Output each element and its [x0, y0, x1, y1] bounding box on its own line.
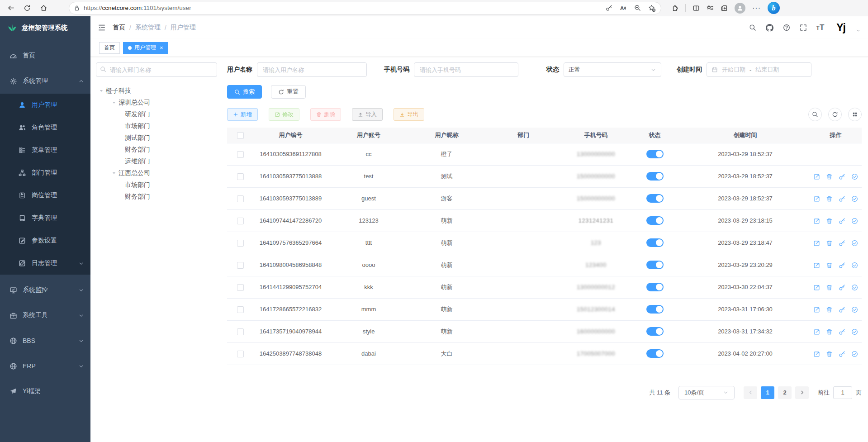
browser-refresh-button[interactable]: [21, 2, 33, 14]
tab-home[interactable]: 首页: [99, 42, 120, 54]
reset-password-icon[interactable]: [839, 284, 845, 291]
extensions-icon[interactable]: [671, 5, 678, 12]
edit-button[interactable]: 修改: [269, 108, 299, 121]
delete-user-icon[interactable]: [826, 240, 833, 247]
reset-password-icon[interactable]: [839, 306, 845, 313]
header-search-icon[interactable]: [749, 24, 756, 31]
favorite-star-icon[interactable]: [648, 5, 655, 12]
status-toggle[interactable]: [646, 194, 664, 203]
status-toggle[interactable]: [646, 261, 664, 269]
delete-user-icon[interactable]: [826, 218, 833, 224]
dept-search-input[interactable]: [96, 62, 217, 77]
prev-page-button[interactable]: [744, 386, 757, 399]
user-avatar-logo[interactable]: Yj: [836, 22, 845, 34]
delete-user-icon[interactable]: [826, 351, 833, 357]
help-icon[interactable]: [783, 24, 790, 31]
delete-user-icon[interactable]: [826, 306, 833, 313]
address-bar[interactable]: https://ccnetcore.com:1101/system/user: [69, 2, 661, 14]
bing-chat-icon[interactable]: b: [768, 2, 780, 14]
sidebar-item-user-mgmt[interactable]: 用户管理: [0, 94, 90, 116]
table-refresh-button[interactable]: [828, 108, 842, 121]
tree-node-dept[interactable]: 市场部门: [96, 179, 217, 191]
reset-password-icon[interactable]: [839, 195, 845, 202]
sidebar-item-log-mgmt[interactable]: 日志管理: [0, 252, 90, 275]
sidebar-item-yi-framework[interactable]: Yi框架: [0, 379, 90, 404]
edit-user-icon[interactable]: [813, 328, 820, 335]
tree-node-dept[interactable]: 研发部门: [96, 109, 217, 120]
url-text[interactable]: https://ccnetcore.com:1101/system/user: [84, 5, 606, 11]
caret-down-icon[interactable]: [109, 100, 119, 105]
row-checkbox[interactable]: [237, 351, 244, 357]
caret-down-icon[interactable]: [97, 88, 106, 94]
status-select[interactable]: 正常: [564, 62, 661, 77]
sidebar-collapse-icon[interactable]: [98, 24, 106, 32]
edit-user-icon[interactable]: [813, 173, 820, 180]
goto-page-input[interactable]: [833, 386, 852, 399]
status-toggle[interactable]: [646, 305, 664, 314]
assign-role-icon[interactable]: [851, 240, 858, 247]
reset-password-icon[interactable]: [839, 262, 845, 269]
row-checkbox[interactable]: [237, 262, 244, 269]
tab-close-icon[interactable]: ×: [160, 44, 163, 51]
row-checkbox[interactable]: [237, 240, 244, 247]
fullscreen-icon[interactable]: [800, 24, 807, 31]
github-icon[interactable]: [766, 24, 773, 32]
table-columns-button[interactable]: [848, 108, 862, 121]
tree-node-dept[interactable]: 运维部门: [96, 156, 217, 167]
page-size-select[interactable]: 10条/页: [678, 386, 735, 399]
status-toggle[interactable]: [646, 238, 664, 247]
zoom-out-icon[interactable]: [634, 5, 641, 11]
browser-home-button[interactable]: [37, 2, 50, 14]
browser-more-menu[interactable]: ···: [752, 4, 761, 12]
reset-password-icon[interactable]: [839, 328, 845, 335]
delete-user-icon[interactable]: [826, 195, 833, 202]
breadcrumb-home[interactable]: 首页: [113, 24, 125, 32]
delete-user-icon[interactable]: [826, 262, 833, 269]
tree-node-branch[interactable]: 深圳总公司: [96, 97, 217, 109]
page-2-button[interactable]: 2: [778, 386, 792, 399]
tree-node-company[interactable]: 橙子科技: [96, 85, 217, 97]
delete-button[interactable]: 删除: [310, 108, 341, 121]
tree-node-dept[interactable]: 市场部门: [96, 120, 217, 132]
table-search-toggle-button[interactable]: [808, 108, 822, 121]
reset-password-icon[interactable]: [839, 351, 845, 357]
sidebar-item-dept-mgmt[interactable]: 部门管理: [0, 162, 90, 184]
assign-role-icon[interactable]: [851, 262, 858, 269]
sidebar-item-system-mgmt[interactable]: 系统管理: [0, 68, 90, 94]
browser-profile-avatar[interactable]: [735, 3, 745, 14]
reset-password-icon[interactable]: [839, 173, 845, 180]
assign-role-icon[interactable]: [851, 218, 858, 224]
import-button[interactable]: 导入: [352, 108, 383, 121]
delete-user-icon[interactable]: [826, 173, 833, 180]
status-toggle[interactable]: [646, 216, 664, 225]
avatar-caret-icon[interactable]: [856, 28, 861, 34]
collections-icon[interactable]: [721, 5, 728, 12]
phone-input[interactable]: [414, 62, 518, 77]
page-1-button[interactable]: 1: [761, 386, 774, 399]
app-logo[interactable]: 意框架管理系统: [0, 16, 90, 39]
row-checkbox[interactable]: [237, 306, 244, 313]
reset-password-icon[interactable]: [839, 240, 845, 247]
sidebar-item-role-mgmt[interactable]: 角色管理: [0, 116, 90, 139]
sidebar-item-post-mgmt[interactable]: 岗位管理: [0, 184, 90, 207]
browser-back-button[interactable]: [5, 2, 17, 14]
read-aloud-icon[interactable]: [620, 5, 627, 12]
reset-button[interactable]: 重置: [271, 85, 306, 99]
assign-role-icon[interactable]: [851, 306, 858, 313]
sidebar-item-home[interactable]: 首页: [0, 43, 90, 68]
sidebar-item-dict-mgmt[interactable]: 字典管理: [0, 207, 90, 229]
sidebar-item-system-monitor[interactable]: 系统监控: [0, 277, 90, 303]
username-input[interactable]: [257, 62, 367, 77]
status-toggle[interactable]: [646, 150, 664, 158]
status-toggle[interactable]: [646, 349, 664, 358]
edit-user-icon[interactable]: [813, 351, 820, 357]
password-key-icon[interactable]: [606, 5, 612, 11]
search-button[interactable]: 搜索: [227, 85, 262, 99]
split-screen-icon[interactable]: [693, 5, 700, 12]
font-size-icon[interactable]: TT: [816, 23, 825, 32]
favorites-icon[interactable]: [707, 5, 714, 12]
assign-role-icon[interactable]: [851, 284, 858, 291]
add-button[interactable]: 新增: [227, 108, 258, 121]
sidebar-item-param-settings[interactable]: 参数设置: [0, 229, 90, 252]
sidebar-item-erp[interactable]: ERP: [0, 353, 90, 379]
